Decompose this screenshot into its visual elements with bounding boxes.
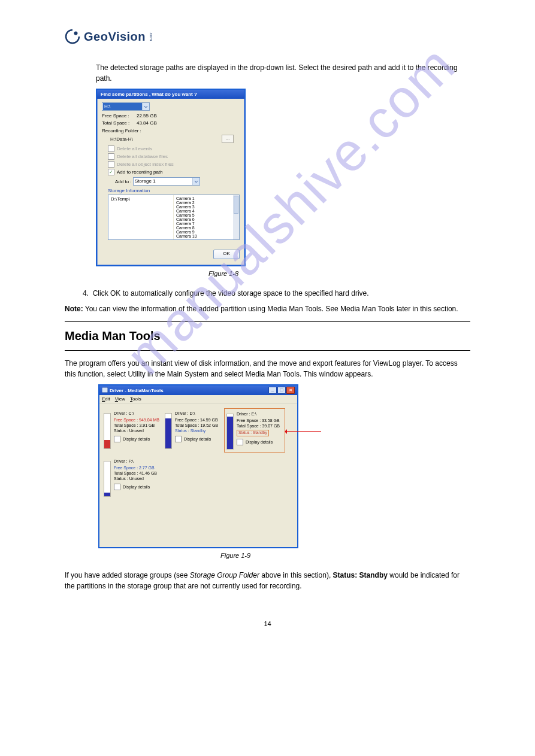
para-mediaman: The program offers you an instant view o… <box>65 358 470 379</box>
delete-obj-label: Delete all object index files <box>117 162 174 167</box>
para-intro: The detected storage paths are displayed… <box>96 62 470 84</box>
drive-select[interactable]: H:\ <box>102 102 150 111</box>
drive-label: Driver : D:\ <box>175 411 222 416</box>
recording-folder-label: Recording Folder : <box>102 128 240 133</box>
drive-card: Driver : C:\Free Space : 949.04 MBTotal … <box>102 408 162 451</box>
camera-item[interactable]: Camera 3 <box>176 205 237 209</box>
figure-2-caption: Figure 1-9 <box>220 552 470 559</box>
camera-item[interactable]: Camera 10 <box>176 234 237 238</box>
total-space-label: Total Space : 39.07 GB <box>237 423 283 429</box>
svg-rect-1 <box>102 387 108 393</box>
divider <box>65 321 470 322</box>
maximize-button[interactable]: □ <box>277 387 286 394</box>
camera-item[interactable]: Camera 8 <box>176 226 237 230</box>
storage-select[interactable]: Storage 1 <box>133 177 200 186</box>
menu-edit[interactable]: Edit <box>102 396 110 402</box>
page-number: 14 <box>65 620 470 627</box>
add-path-label: Add to recording path <box>117 169 163 175</box>
status-label: Status : Unused <box>114 476 161 481</box>
partitions-dialog: Find some partitions , What do you want … <box>96 89 246 266</box>
status-label: Status : Unused <box>114 428 161 433</box>
drive-card: Driver : F:\Free Space : 2.77 GBTotal Sp… <box>102 456 162 499</box>
total-space-label: Total Space : <box>102 120 137 126</box>
free-space-label: Free Space : 949.04 MB <box>114 417 161 423</box>
delete-events-label: Delete all events <box>117 146 152 151</box>
checkbox-delete-events <box>108 145 114 152</box>
logo: GeoVision .com <box>65 29 470 44</box>
usage-bar <box>165 413 172 449</box>
dialog-title: Find some partitions , What do you want … <box>97 90 244 99</box>
recording-folder-path: H:\Data-H\ <box>110 136 133 142</box>
free-space-label: Free Space : 2.77 GB <box>114 465 161 470</box>
browse-button[interactable]: … <box>222 135 234 143</box>
menu-tools[interactable]: Tools <box>130 396 141 402</box>
free-space-label: Free Space : 33.58 GB <box>237 418 283 423</box>
storage-info-label: Storage Information <box>108 188 240 193</box>
menubar: Edit View Tools <box>99 395 297 403</box>
scrollbar[interactable] <box>233 195 239 239</box>
chevron-down-icon[interactable] <box>192 178 200 185</box>
storage-path-item: D:\Temp\ <box>111 196 130 202</box>
total-space-label: Total Space : 3.91 GB <box>114 423 161 428</box>
window-titlebar: Driver - MediaManTools _ □ × <box>99 385 297 395</box>
ok-button[interactable]: OK <box>213 250 240 259</box>
drive-label: Driver : F:\ <box>114 459 161 464</box>
display-details-label: Display details <box>123 484 150 490</box>
scroll-thumb[interactable] <box>234 196 238 214</box>
drive-card: Driver : D:\Free Space : 14.59 GBTotal S… <box>163 408 223 451</box>
camera-item[interactable]: Camera 5 <box>176 213 237 217</box>
storage-list[interactable]: D:\Temp\ Camera 1Camera 2Camera 3Camera … <box>108 195 240 240</box>
camera-item[interactable]: Camera 7 <box>176 221 237 226</box>
driver-window: Driver - MediaManTools _ □ × Edit View T… <box>98 384 298 548</box>
display-details-label: Display details <box>246 439 273 445</box>
checkbox-display-details[interactable] <box>175 436 182 442</box>
status-label: Status : Standby <box>175 428 222 433</box>
drive-card: Driver : E:\Free Space : 33.58 GBTotal S… <box>224 408 285 453</box>
drive-label: Driver : C:\ <box>114 411 161 416</box>
usage-bar <box>104 461 111 497</box>
chevron-down-icon[interactable] <box>142 103 149 110</box>
total-space-label: Total Space : 19.52 GB <box>175 423 222 428</box>
free-space-value: 22.55 GB <box>137 113 157 119</box>
display-details-label: Display details <box>123 436 150 442</box>
checkbox-display-details[interactable] <box>114 436 120 442</box>
step-4: 4. Click OK to automatically configure t… <box>83 288 470 299</box>
menu-view[interactable]: View <box>115 396 125 402</box>
checkbox-delete-obj <box>108 161 114 168</box>
section-title: Media Man Tools <box>65 329 470 343</box>
camera-item[interactable]: Camera 1 <box>176 196 237 201</box>
addto-label: Add to : <box>115 179 133 184</box>
camera-item[interactable]: Camera 2 <box>176 201 237 205</box>
free-space-label: Free Space : 14.59 GB <box>175 417 222 423</box>
close-button[interactable]: × <box>286 387 295 394</box>
drive-label: Driver : E:\ <box>237 411 283 417</box>
usage-bar <box>226 414 234 450</box>
minimize-button[interactable]: _ <box>268 387 277 394</box>
note: Note: You can view the information of th… <box>65 303 470 314</box>
total-space-label: Total Space : 41.46 GB <box>114 470 161 476</box>
camera-item[interactable]: Camera 6 <box>176 217 237 221</box>
window-title: Driver - MediaManTools <box>110 388 164 393</box>
logo-suffix: .com <box>149 32 153 41</box>
checkbox-add-path[interactable] <box>108 169 114 175</box>
camera-item[interactable]: Camera 4 <box>176 209 237 213</box>
checkbox-display-details[interactable] <box>114 484 120 490</box>
checkbox-display-details[interactable] <box>237 439 243 445</box>
figure-1-caption: Figure 1-8 <box>208 270 470 277</box>
total-space-value: 43.84 GB <box>137 120 157 126</box>
highlight-arrow <box>285 431 321 432</box>
display-details-label: Display details <box>184 436 211 442</box>
camera-item[interactable]: Camera 9 <box>176 230 237 234</box>
usage-bar <box>104 413 111 449</box>
app-icon <box>102 387 108 394</box>
svg-point-0 <box>74 32 78 35</box>
divider <box>65 350 470 351</box>
storage-select-value: Storage 1 <box>135 178 192 185</box>
status-badge: Status : Standby <box>237 430 269 436</box>
drive-select-value: H:\ <box>103 103 142 110</box>
logo-mark-icon <box>65 29 80 44</box>
logo-text: GeoVision <box>84 30 146 44</box>
delete-db-label: Delete all database files <box>117 154 168 159</box>
free-space-label: Free Space : <box>102 113 137 119</box>
para-storage-groups: If you have added storage groups (see St… <box>65 570 470 591</box>
